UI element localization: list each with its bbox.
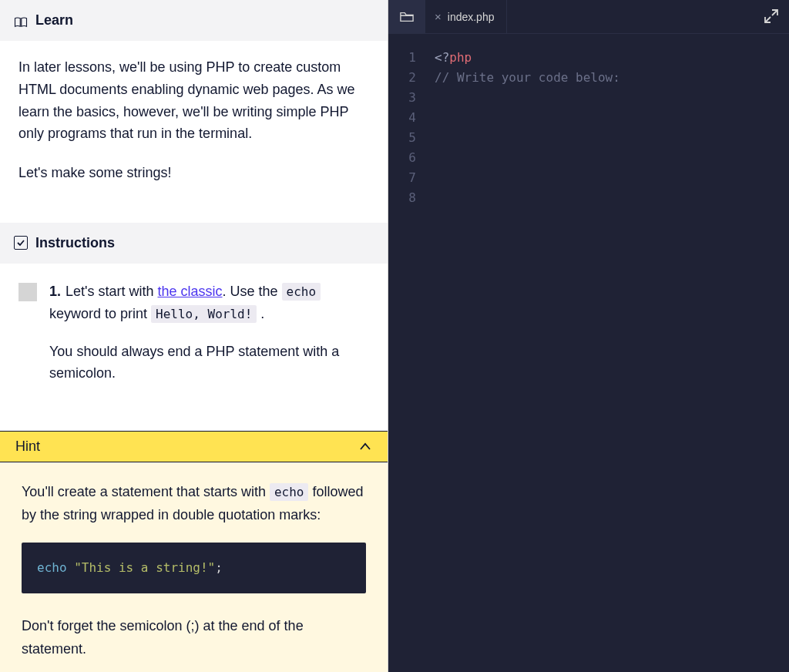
code-content[interactable]: <?php // Write your code below: [425,48,789,672]
code-editor[interactable]: 1 2 3 4 5 6 7 8 <?php // Write your code… [388,34,789,672]
instruction-text: 1.Let's start with the classic. Use the … [49,281,369,325]
instructions-body: 1.Let's start with the classic. Use the … [0,264,388,431]
code-block: echo "This is a string!"; [22,543,366,593]
the-classic-link[interactable]: the classic [158,284,223,299]
close-icon[interactable]: × [435,10,442,23]
lesson-paragraph: In later lessons, we'll be using PHP to … [18,56,369,145]
editor-tabbar: × index.php [388,0,789,34]
hint-title: Hint [15,438,40,455]
inline-code: Hello, World! [151,305,257,323]
chevron-up-icon [358,440,372,454]
folder-button[interactable] [388,0,425,33]
hint-paragraph: Don't forget the semicolon (;) at the en… [22,615,366,660]
checkbox-icon [14,236,28,250]
code-editor-panel: × index.php 1 2 3 4 5 6 7 8 <?php // Wri… [388,0,789,672]
inline-code: echo [270,483,309,501]
lesson-paragraph: Let's make some strings! [18,162,369,184]
learn-title: Learn [35,12,73,29]
hint-body: You'll create a statement that starts wi… [0,462,388,672]
step-checkbox[interactable] [18,283,37,301]
lesson-body: In later lessons, we'll be using PHP to … [0,41,388,223]
hint-paragraph: You'll create a statement that starts wi… [22,481,366,526]
instructions-title: Instructions [35,235,115,251]
book-icon [14,15,28,26]
step-number: 1. [49,284,61,299]
inline-code: echo [282,283,321,301]
instructions-header: Instructions [0,223,388,264]
line-gutter: 1 2 3 4 5 6 7 8 [388,48,425,672]
editor-tab[interactable]: × index.php [425,0,507,33]
expand-button[interactable] [763,8,780,25]
instruction-text: You should always end a PHP statement wi… [49,341,369,385]
instruction-step: 1.Let's start with the classic. Use the … [18,281,369,400]
tab-filename: index.php [448,11,495,23]
lesson-panel: Learn In later lessons, we'll be using P… [0,0,388,672]
learn-header: Learn [0,0,388,41]
hint-toggle[interactable]: Hint [0,431,388,462]
